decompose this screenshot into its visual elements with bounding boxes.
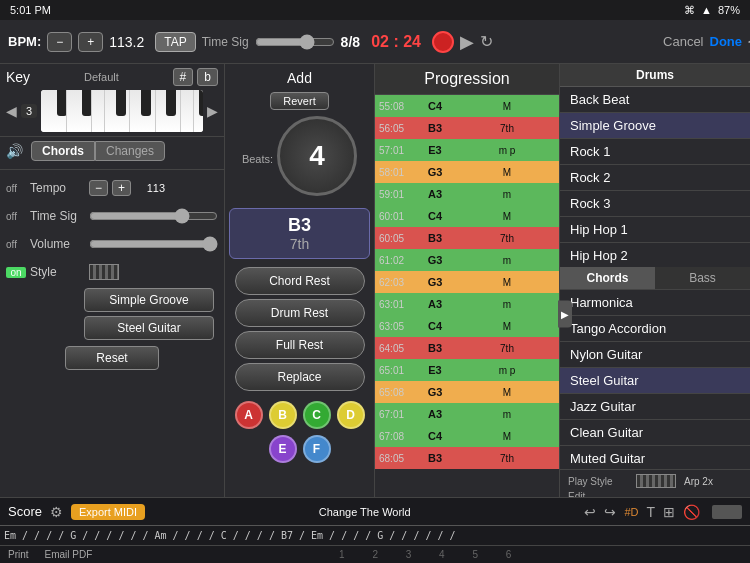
text-icon[interactable]: T	[646, 504, 655, 520]
no-icon[interactable]: 🚫	[683, 504, 700, 520]
tempo-plus-button[interactable]: +	[112, 180, 131, 196]
progression-row[interactable]: 63:05 C4 M	[375, 315, 559, 337]
changes-tab[interactable]: Changes	[95, 141, 165, 161]
drums-list-item[interactable]: Hip Hop 2	[560, 243, 750, 267]
chords-tab[interactable]: Chords	[31, 141, 95, 161]
piano-keys[interactable]	[41, 90, 203, 132]
circle-e[interactable]: E	[269, 435, 297, 463]
progression-row[interactable]: 60:01 C4 M	[375, 205, 559, 227]
circle-b[interactable]: B	[269, 401, 297, 429]
record-button[interactable]	[432, 31, 454, 53]
done-button[interactable]: Done	[710, 34, 743, 49]
progression-row[interactable]: 67:08 C4 M	[375, 425, 559, 447]
status-time: 5:01 PM	[10, 4, 51, 16]
sharp-icon[interactable]: #D	[624, 506, 638, 518]
sounds-list-item[interactable]: Steel Guitar	[560, 368, 750, 394]
piano-right-arrow[interactable]: ▶	[207, 103, 218, 119]
prog-qual: M	[455, 431, 559, 442]
timesig-slider[interactable]	[89, 208, 218, 224]
bpm-plus-button[interactable]: +	[78, 32, 103, 52]
score-slider-thumb[interactable]	[712, 505, 742, 519]
progression-row[interactable]: 65:01 E3 m p	[375, 359, 559, 381]
sharp-button[interactable]: #	[173, 68, 194, 86]
prog-note: G3	[415, 276, 455, 288]
flat-button[interactable]: b	[197, 68, 218, 86]
beats-watch: 4	[277, 116, 357, 196]
progression-row[interactable]: 55:08 C4 M	[375, 95, 559, 117]
circle-f[interactable]: F	[303, 435, 331, 463]
progression-row[interactable]: 60:05 B3 7th	[375, 227, 559, 249]
progression-row[interactable]: 63:01 A3 m	[375, 293, 559, 315]
replace-button[interactable]: Replace	[235, 363, 365, 391]
sounds-list-item[interactable]: Jazz Guitar	[560, 394, 750, 420]
progression-row[interactable]: 68:05 B3 7th	[375, 447, 559, 469]
drums-list-item[interactable]: Back Beat	[560, 87, 750, 113]
drums-list-item[interactable]: Rock 2	[560, 165, 750, 191]
progression-panel: Progression 55:08 C4 M 56:05 B3 7th 57:0…	[375, 64, 560, 563]
progression-row[interactable]: 57:01 E3 m p	[375, 139, 559, 161]
piano-left-arrow[interactable]: ◀	[6, 103, 17, 119]
prog-qual: M	[455, 277, 559, 288]
prog-note: G3	[415, 386, 455, 398]
circle-c[interactable]: C	[303, 401, 331, 429]
circle-a[interactable]: A	[235, 401, 263, 429]
play-button[interactable]: ▶	[460, 31, 474, 53]
drums-list-item[interactable]: Simple Groove	[560, 113, 750, 139]
key-default-label: Default	[84, 71, 119, 83]
drums-list: Back BeatSimple GrooveRock 1Rock 2Rock 3…	[560, 87, 750, 267]
prog-time: 64:05	[375, 343, 415, 354]
drums-list-item[interactable]: Rock 1	[560, 139, 750, 165]
sounds-chords-tab[interactable]: Chords	[560, 267, 655, 289]
undo-icon[interactable]: ↩	[584, 504, 596, 520]
grid-icon[interactable]: ⊞	[663, 504, 675, 520]
bpm-minus-button[interactable]: −	[47, 32, 72, 52]
progression-row[interactable]: 64:05 B3 7th	[375, 337, 559, 359]
prog-note: C4	[415, 100, 455, 112]
redo-icon[interactable]: ↪	[604, 504, 616, 520]
chord-rest-button[interactable]: Chord Rest	[235, 267, 365, 295]
progression-row[interactable]: 67:01 A3 m	[375, 403, 559, 425]
prog-note: G3	[415, 254, 455, 266]
volume-slider[interactable]	[89, 236, 218, 252]
revert-button[interactable]: Revert	[270, 92, 328, 110]
play-style-preview	[636, 474, 676, 488]
sounds-bass-tab[interactable]: Bass	[655, 267, 750, 289]
tap-button[interactable]: TAP	[155, 32, 195, 52]
progression-row[interactable]: 65:08 G3 M	[375, 381, 559, 403]
simple-groove-button[interactable]: Simple Groove	[84, 288, 214, 312]
score-controls: ↩ ↪ #D T ⊞ 🚫	[584, 504, 700, 520]
prog-note: E3	[415, 144, 455, 156]
cancel-button[interactable]: Cancel	[663, 34, 703, 49]
refresh-button[interactable]: ↻	[480, 32, 493, 51]
tempo-minus-button[interactable]: −	[89, 180, 108, 196]
prog-qual: m	[455, 189, 559, 200]
drums-list-item[interactable]: Rock 3	[560, 191, 750, 217]
drums-list-item[interactable]: Hip Hop 1	[560, 217, 750, 243]
email-pdf-button[interactable]: Email PDF	[45, 549, 93, 560]
progression-row[interactable]: 62:03 G3 M	[375, 271, 559, 293]
progression-row[interactable]: 61:02 G3 m	[375, 249, 559, 271]
prog-note: A3	[415, 188, 455, 200]
progression-row[interactable]: 59:01 A3 m	[375, 183, 559, 205]
export-midi-button[interactable]: Export MIDI	[71, 504, 145, 520]
expand-arrow-button[interactable]: ▶	[558, 300, 572, 327]
sounds-list-item[interactable]: Harmonica	[560, 290, 750, 316]
sounds-list-item[interactable]: Nylon Guitar	[560, 342, 750, 368]
circle-d[interactable]: D	[337, 401, 365, 429]
right-panel: Drums Back BeatSimple GrooveRock 1Rock 2…	[560, 64, 750, 563]
volume-off-label: off	[6, 239, 26, 250]
sounds-list-item[interactable]: Tango Accordion	[560, 316, 750, 342]
time-sig-slider[interactable]	[255, 34, 335, 50]
prog-note: C4	[415, 430, 455, 442]
reset-button[interactable]: Reset	[65, 346, 158, 370]
full-rest-button[interactable]: Full Rest	[235, 331, 365, 359]
progression-row[interactable]: 58:01 G3 M	[375, 161, 559, 183]
progression-title: Progression	[424, 70, 509, 88]
steel-guitar-button[interactable]: Steel Guitar	[84, 316, 214, 340]
gear-icon[interactable]: ⚙	[50, 504, 63, 520]
print-button[interactable]: Print	[8, 549, 29, 560]
progression-row[interactable]: 56:05 B3 7th	[375, 117, 559, 139]
sounds-list-item[interactable]: Muted Guitar	[560, 446, 750, 470]
sounds-list-item[interactable]: Clean Guitar	[560, 420, 750, 446]
drum-rest-button[interactable]: Drum Rest	[235, 299, 365, 327]
